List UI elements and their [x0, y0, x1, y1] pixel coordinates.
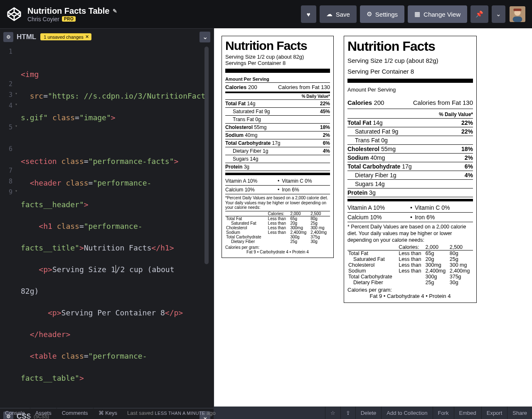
vitamin-row: Calcium 10%•Iron 6%: [225, 186, 330, 194]
html-panel: ⚙ HTML 1 unsaved changes ✕ ⌄ 123456789 <…: [0, 28, 214, 408]
nut-row: Trans Fat 0g: [347, 136, 473, 145]
nut-title: Nutrition Facts: [225, 39, 330, 53]
nut-row: Total Carbohydrate 17g6%: [225, 139, 330, 147]
nut-row: Protein 3g: [225, 163, 330, 171]
cal-label: Calories: [347, 99, 372, 106]
html-gutter: 123456789: [0, 45, 17, 408]
html-editor[interactable]: 123456789 <img src="https: //s.cdpn.io/3…: [0, 45, 214, 408]
save-button[interactable]: ☁Save: [320, 5, 357, 23]
nut-row: Sodium 40mg2%: [347, 154, 473, 162]
html-panel-menu[interactable]: ⌄: [200, 32, 210, 42]
vitamin-row: Calcium 10%•Iron 6%: [347, 213, 473, 222]
pencil-icon[interactable]: ✎: [113, 8, 117, 14]
cal-val: 200: [248, 84, 257, 90]
saved-time: less than a minute: [155, 411, 205, 416]
star-button[interactable]: ☆: [325, 407, 340, 419]
codepen-logo: [7, 7, 22, 22]
nut-row: Saturated Fat 9g22%: [347, 127, 473, 136]
pen-author[interactable]: Chris Coyier PRO: [27, 16, 117, 22]
nut-row: Saturated Fat 9g45%: [225, 108, 330, 116]
footer-export[interactable]: Export: [481, 407, 507, 419]
editor-column: ⚙ HTML 1 unsaved changes ✕ ⌄ 123456789 <…: [0, 28, 214, 407]
cal-val: 200: [374, 99, 384, 106]
love-button[interactable]: ♥: [301, 5, 316, 23]
pin-button[interactable]: 📌: [470, 5, 488, 23]
nut-row: Cholesterol 55mg18%: [347, 145, 473, 154]
save-status: Last saved less than a minute ago: [122, 410, 325, 416]
change-view-button[interactable]: ▦Change View: [408, 5, 467, 23]
nut-row: Total Carbohydrate 17g6%: [347, 162, 473, 171]
star-icon: ☆: [330, 410, 335, 416]
footer-assets[interactable]: Assets: [30, 407, 57, 419]
needs-table: Calories:2,0002,500Total FatLess than65g…: [225, 211, 330, 244]
svg-rect-3: [514, 9, 522, 11]
footer-fork[interactable]: Fork: [433, 407, 454, 419]
nut-row: Total Fat 14g22%: [225, 100, 330, 108]
vitamin-row: Vitamin A 10%•Vitamin C 0%: [225, 177, 330, 186]
settings-label: Settings: [375, 11, 398, 18]
author-name: Chris Coyier: [27, 16, 59, 22]
export-icon: ⇪: [346, 410, 350, 416]
pin-icon: 📌: [475, 10, 483, 18]
pro-badge: PRO: [62, 16, 76, 22]
save-label: Save: [336, 11, 350, 18]
heart-icon: ♥: [307, 11, 310, 18]
cloud-icon: ☁: [326, 10, 332, 18]
nut-title: Nutrition Facts: [347, 39, 473, 54]
layout-icon: ▦: [414, 10, 420, 18]
unsaved-badge[interactable]: 1 unsaved changes ✕: [40, 33, 91, 40]
footer-embed[interactable]: Embed: [454, 407, 481, 419]
dv-label: % Daily Value*: [347, 111, 473, 119]
saved-suffix: ago: [205, 410, 215, 416]
html-label: HTML: [17, 33, 36, 41]
pen-title[interactable]: Nutrition Facts Table ✎: [27, 6, 117, 16]
main-area: ⚙ HTML 1 unsaved changes ✕ ⌄ 123456789 <…: [0, 28, 532, 407]
settings-button[interactable]: ⚙Settings: [360, 5, 404, 23]
nutrition-label-rendered: Nutrition Facts Serving Size 1/2 cup (ab…: [344, 36, 477, 303]
nut-row: Total Fat 14g22%: [347, 119, 473, 127]
vitamin-row: Vitamin A 10%•Vitamin C 0%: [347, 203, 473, 213]
cpg-values: Fat 9 • Carbohydrate 4 • Protein 4: [347, 293, 473, 299]
nut-row: Dietary Fiber 1g4%: [347, 171, 473, 180]
calfat-label: Calories from Fat: [278, 84, 320, 90]
nut-serving: Serving Size 1/2 cup (about 82g): [347, 57, 473, 65]
scrollbar[interactable]: [204, 47, 209, 264]
footer-share[interactable]: Share: [507, 407, 532, 419]
footer-delete[interactable]: Delete: [355, 407, 382, 419]
footnote: *Percent Daily Values are based on a 2,0…: [225, 194, 330, 211]
app-footer: ConsoleAssetsComments⌘ Keys Last saved l…: [0, 407, 532, 419]
needs-table: Calories:2,0002,500Total FatLess than65g…: [347, 244, 473, 285]
close-icon[interactable]: ✕: [85, 34, 89, 40]
nutrition-label-image: Nutrition Facts Serving Size 1/2 cup (ab…: [222, 36, 334, 258]
nut-row: Cholesterol 55mg18%: [225, 124, 330, 131]
unsaved-text: 1 unsaved changes: [44, 35, 83, 40]
cpg-values: Fat 9 • Carbohydrate 4 • Protein 4: [225, 250, 330, 254]
chevron-down-icon: ⌄: [496, 10, 501, 18]
footer--keys[interactable]: ⌘ Keys: [94, 407, 123, 419]
cpg-label: Calories per gram:: [225, 245, 330, 250]
gear-icon: ⚙: [367, 10, 372, 18]
footnote: * Percent Daily Values are based on a 2,…: [347, 222, 473, 245]
pin-caret-button[interactable]: ⌄: [492, 5, 505, 23]
saved-prefix: Last saved: [127, 410, 155, 416]
avatar[interactable]: [510, 6, 525, 22]
footer-add-to-collection[interactable]: Add to Collection: [381, 407, 432, 419]
nut-row: Protein 3g: [347, 188, 473, 197]
preview-pane: Nutrition Facts Serving Size 1/2 cup (ab…: [214, 28, 532, 407]
footer-left: ConsoleAssetsComments⌘ Keys: [0, 407, 122, 419]
html-settings-gear[interactable]: ⚙: [3, 32, 13, 42]
nut-serving: Serving Size 1/2 cup (about 82g): [225, 54, 330, 60]
nut-row: Sugars 14g: [347, 180, 473, 188]
dv-label: % Daily Value*: [225, 93, 330, 100]
footer-console[interactable]: Console: [0, 407, 30, 419]
share-out-button[interactable]: ⇪: [340, 407, 355, 419]
cal-label: Calories: [225, 84, 246, 90]
nut-servings-per: Servings Per Container 8: [225, 60, 330, 66]
svg-rect-2: [513, 17, 522, 22]
calfat-label: Calories from Fat: [413, 99, 461, 106]
nut-aps: Amount Per Serving: [225, 75, 330, 83]
html-code[interactable]: <img src="https: //s.cdpn.io/3/Nutrition…: [17, 45, 209, 408]
nut-row: Sugars 14g: [225, 155, 330, 163]
footer-comments[interactable]: Comments: [57, 407, 94, 419]
change-view-label: Change View: [424, 11, 461, 18]
